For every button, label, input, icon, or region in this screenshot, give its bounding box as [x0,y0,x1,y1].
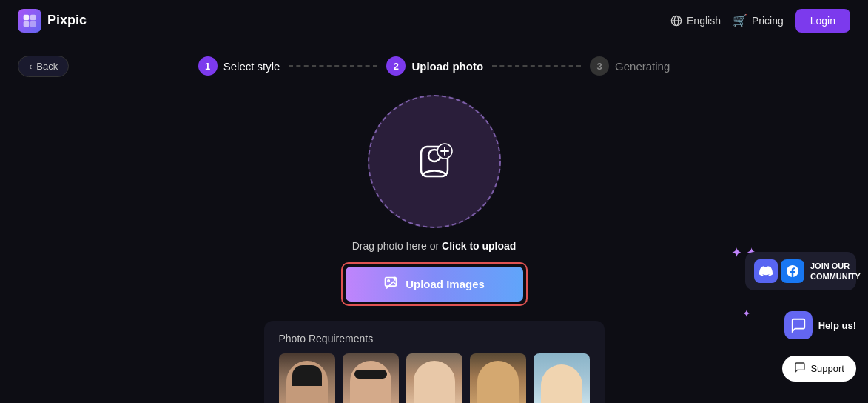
community-text: JOIN OUR COMMUNITY [810,261,861,282]
photo-thumb-2 [343,353,399,403]
upload-images-button[interactable]: Upload Images [346,267,523,302]
photo-thumb-5 [534,353,590,403]
svg-point-13 [388,280,390,282]
logo-area: Pixpic [18,9,87,33]
step-1-number: 1 [198,56,218,76]
back-label: Back [36,61,58,72]
step-1-label: Select style [223,60,280,73]
photo-thumb-4 [470,353,526,403]
upload-images-label: Upload Images [406,278,485,290]
step-2-number: 2 [386,56,406,76]
upload-drop-zone[interactable] [368,95,501,228]
photo-thumbnails [279,353,590,403]
help-sparkle-decoration: ✦ [742,307,751,319]
help-widget[interactable]: Help us! [784,311,856,339]
support-button[interactable]: Support [782,356,856,382]
help-icon [784,311,813,339]
photo-requirements: Photo Requirements [264,321,605,403]
step-3: 3 Generating [590,56,670,76]
upload-images-icon [383,276,398,293]
discord-icon [754,259,778,283]
support-label: Support [810,363,844,374]
back-button[interactable]: ‹ Back [18,56,69,77]
step-2-label: Upload photo [411,60,483,73]
community-widget[interactable]: JOIN OUR COMMUNITY [745,252,856,290]
globe-icon [670,15,682,27]
photo-thumb-1 [279,353,335,403]
photo-thumb-3 [406,353,462,403]
cart-icon: 🛒 [733,13,747,27]
header: Pixpic English 🛒 Pricing Login [0,0,868,41]
pricing-label: Pricing [752,15,784,27]
svg-rect-3 [30,21,36,27]
pricing-button[interactable]: 🛒 Pricing [733,13,784,27]
login-label: Login [810,15,835,27]
step-2-label-text: Upload photo [411,60,483,73]
step-3-label: Generating [615,60,670,73]
svg-rect-1 [30,14,36,20]
upload-person-icon [408,136,460,187]
back-chevron-icon: ‹ [29,61,32,72]
upload-button-wrapper: Upload Images [341,262,528,306]
photo-req-title: Photo Requirements [279,333,590,344]
support-icon [794,362,806,376]
svg-rect-0 [24,14,30,20]
step-3-number: 3 [590,56,609,76]
step-1: 1 Select style [198,56,280,76]
help-label: Help us! [818,320,856,331]
language-button[interactable]: English [670,15,721,27]
drag-text: Drag photo here or Click to upload [352,240,517,252]
facebook-icon [781,259,804,283]
step-divider-1 [289,65,377,67]
svg-rect-2 [24,21,30,27]
logo-icon [18,9,41,33]
header-right: English 🛒 Pricing Login [670,9,850,33]
step-divider-2 [492,65,581,67]
lang-label: English [687,15,721,27]
stepper: ‹ Back 1 Select style 2 Upload photo 3 G… [0,41,868,87]
logo-text: Pixpic [47,13,87,28]
login-button[interactable]: Login [795,9,850,33]
click-to-upload: Click to upload [442,240,516,252]
step-2: 2 Upload photo [386,56,483,76]
drag-prefix: Drag photo here or [352,240,442,252]
